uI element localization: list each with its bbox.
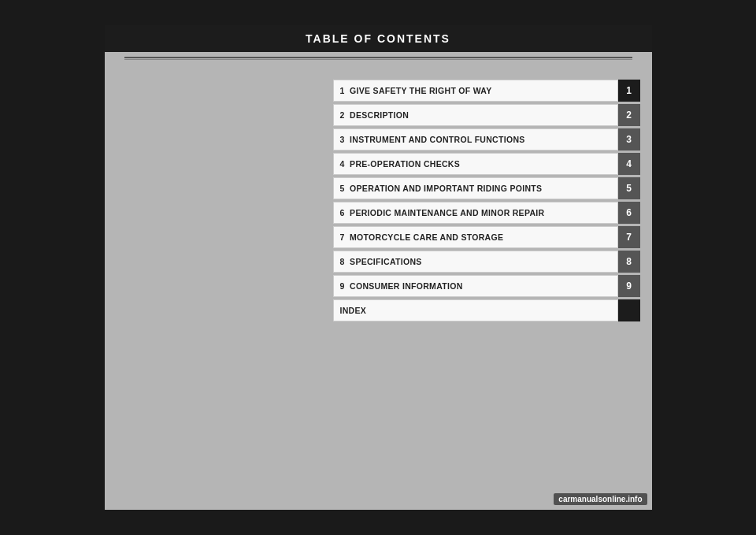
- toc-number-2: 2: [618, 104, 640, 126]
- toc-number-index: [618, 299, 640, 321]
- toc-row-5: 5 OPERATION AND IMPORTANT RIDING POINTS …: [333, 177, 640, 199]
- toc-number-4: 4: [618, 153, 640, 175]
- toc-row-9: 9 CONSUMER INFORMATION 9: [333, 275, 640, 297]
- toc-label-6: 6 PERIODIC MAINTENANCE AND MINOR REPAIR: [333, 202, 618, 224]
- toc-label-7: 7 MOTORCYCLE CARE AND STORAGE: [333, 226, 618, 248]
- toc-number-6: 6: [618, 202, 640, 224]
- page-title: TABLE OF CONTENTS: [306, 32, 450, 45]
- toc-label-1: 1 GIVE SAFETY THE RIGHT OF WAY: [333, 80, 618, 102]
- document-page: TABLE OF CONTENTS 1 GIVE SAFETY THE RIGH…: [105, 25, 652, 510]
- toc-row-6: 6 PERIODIC MAINTENANCE AND MINOR REPAIR …: [333, 202, 640, 224]
- toc-row-7: 7 MOTORCYCLE CARE AND STORAGE 7: [333, 226, 640, 248]
- toc-label-index: INDEX: [333, 299, 618, 321]
- watermark: carmanualsonline.info: [554, 493, 647, 505]
- header-divider-1: [124, 57, 632, 58]
- toc-row-8: 8 SPECIFICATIONS 8: [333, 251, 640, 273]
- toc-label-3: 3 INSTRUMENT AND CONTROL FUNCTIONS: [333, 128, 618, 150]
- toc-container: 1 GIVE SAFETY THE RIGHT OF WAY 1 2 DESCR…: [333, 80, 640, 490]
- toc-row-index: INDEX: [333, 299, 640, 321]
- toc-number-5: 5: [618, 177, 640, 199]
- toc-label-9: 9 CONSUMER INFORMATION: [333, 275, 618, 297]
- toc-number-3: 3: [618, 128, 640, 150]
- left-area: [117, 80, 333, 490]
- toc-number-1: 1: [618, 80, 640, 102]
- toc-number-7: 7: [618, 226, 640, 248]
- toc-row-2: 2 DESCRIPTION 2: [333, 104, 640, 126]
- toc-number-8: 8: [618, 251, 640, 273]
- toc-row-4: 4 PRE-OPERATION CHECKS 4: [333, 153, 640, 175]
- page-wrapper: TABLE OF CONTENTS 1 GIVE SAFETY THE RIGH…: [0, 0, 756, 535]
- toc-label-2: 2 DESCRIPTION: [333, 104, 618, 126]
- toc-label-4: 4 PRE-OPERATION CHECKS: [333, 153, 618, 175]
- page-header: TABLE OF CONTENTS: [105, 25, 652, 52]
- content-area: 1 GIVE SAFETY THE RIGHT OF WAY 1 2 DESCR…: [105, 60, 652, 510]
- toc-label-5: 5 OPERATION AND IMPORTANT RIDING POINTS: [333, 177, 618, 199]
- toc-row-3: 3 INSTRUMENT AND CONTROL FUNCTIONS 3: [333, 128, 640, 150]
- toc-number-9: 9: [618, 275, 640, 297]
- toc-label-8: 8 SPECIFICATIONS: [333, 251, 618, 273]
- toc-row-1: 1 GIVE SAFETY THE RIGHT OF WAY 1: [333, 80, 640, 102]
